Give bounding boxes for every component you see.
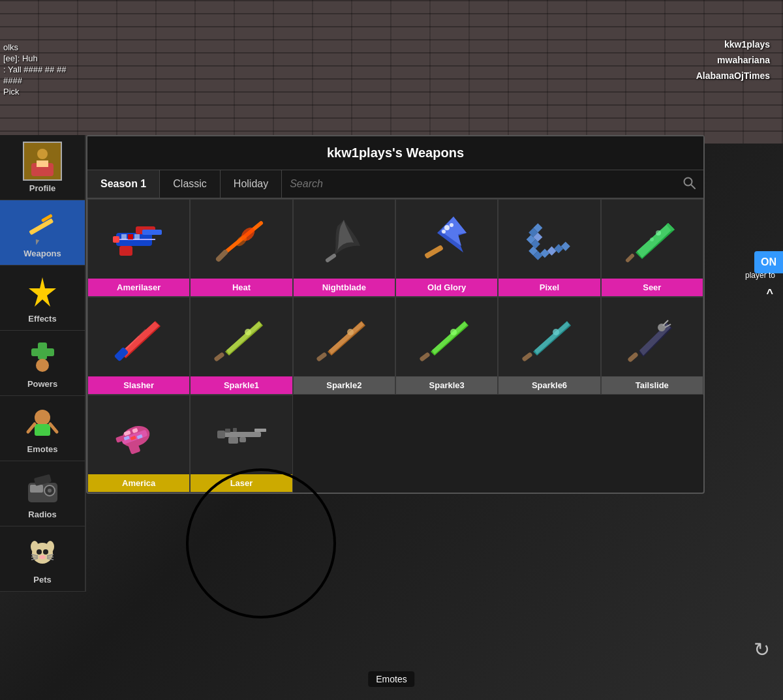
sidebar-item-profile[interactable]: Profile [0,135,85,200]
svg-point-10 [36,359,49,372]
america-label: America [88,474,189,492]
svg-point-23 [37,549,42,555]
svg-rect-12 [35,424,50,436]
sidebar-weapons-label: Weapons [23,249,61,258]
slasher-label: Slasher [88,376,189,394]
sidebar-item-emotes[interactable]: Emotes [0,396,85,461]
player-name-2: mwahariana [696,55,770,65]
scroll-indicator: ↻ [754,638,770,661]
tab-season1[interactable]: Season 1 [87,170,160,198]
weapon-cell-sparkle6[interactable]: Sparkle6 [498,297,600,395]
svg-rect-37 [142,230,162,235]
svg-line-48 [328,256,334,260]
weapon-cell-oldglory[interactable]: Old Glory [395,199,498,297]
sidebar-item-powers[interactable]: Powers [0,331,85,396]
sidebar-item-weapons[interactable]: Weapons [0,200,85,266]
svg-line-47 [219,252,225,259]
svg-point-50 [444,225,450,230]
on-button[interactable]: ON [754,251,783,273]
svg-rect-95 [228,437,238,444]
svg-rect-4 [29,218,54,235]
weapon-cell-america[interactable]: America [87,395,190,493]
emotes-icon [23,403,62,442]
effects-icon [23,272,62,311]
sparkle1-img [191,297,292,376]
search-icon [683,176,696,192]
tab-holiday[interactable]: Holiday [221,170,282,198]
panel-title: kkw1plays's Weapons [87,136,703,170]
profile-avatar-icon [23,142,62,181]
svg-rect-41 [128,234,133,239]
svg-marker-6 [33,237,40,244]
oldglory-label: Old Glory [396,279,497,296]
svg-point-73 [347,329,354,335]
chat-area: olks [ee]: Huh : Yall #### ## ## #### Pi… [0,39,85,101]
svg-rect-16 [30,485,43,493]
nightblade-img [294,200,395,279]
weapon-cell-nightblade[interactable]: Nightblade [293,199,395,297]
player-name-3: AlabamaOjTimes [696,70,770,81]
sparkle3-label: Sparkle3 [396,376,497,394]
weapon-cell-pixel[interactable]: Pixel [498,199,600,297]
svg-point-24 [43,549,48,555]
weapon-cell-laser[interactable]: Laser [190,395,292,493]
amerilaser-label: Amerilaser [88,279,189,296]
chat-line-2: [ee]: Huh [3,53,82,63]
arrow-up: ^ [766,287,773,301]
weapon-cell-seer[interactable]: Seer [601,199,703,297]
search-tab[interactable] [282,170,703,198]
weapon-cell-sparkle2[interactable]: Sparkle2 [293,297,395,395]
player-name-1: kkw1plays [696,39,770,50]
seer-label: Seer [602,279,703,296]
weapons-grid: Amerilaser Heat [87,199,703,493]
sidebar-emotes-label: Emotes [27,444,58,454]
svg-line-74 [319,355,324,359]
svg-rect-39 [113,236,119,243]
sidebar-item-pets[interactable]: Pets [0,526,85,592]
america-img [88,395,189,474]
svg-rect-98 [233,428,237,432]
search-input[interactable] [290,178,683,190]
radios-icon [23,468,62,507]
weapon-cell-slasher[interactable]: Slasher [87,297,190,395]
svg-rect-49 [424,245,444,259]
svg-rect-61 [547,246,556,255]
chat-line-5: Pick [3,87,82,97]
sidebar-item-radios[interactable]: Radios [0,461,85,526]
weapon-cell-heat[interactable]: Heat [190,199,292,297]
svg-rect-42 [134,234,140,239]
weapon-cell-sparkle1[interactable]: Sparkle1 [190,297,292,395]
svg-rect-40 [121,234,127,239]
tailslide-label: Tailslide [602,376,703,394]
sparkle2-label: Sparkle2 [294,376,395,394]
sidebar-pets-label: Pets [33,575,51,585]
svg-rect-3 [37,160,48,167]
weapon-cell-tailslide[interactable]: Tailslide [601,297,703,395]
sparkle6-img [499,297,600,376]
pixel-img [499,200,600,279]
svg-point-71 [245,329,251,335]
sparkle1-label: Sparkle1 [191,376,292,394]
svg-rect-9 [31,348,54,356]
chat-line-4: #### [3,76,82,85]
svg-line-78 [525,355,530,359]
sidebar-effects-label: Effects [28,314,56,324]
svg-line-72 [217,355,222,359]
svg-rect-36 [119,246,132,256]
weapon-cell-sparkle3[interactable]: Sparkle3 [395,297,498,395]
svg-line-14 [50,424,57,432]
player-names: kkw1plays mwahariana AlabamaOjTimes [696,39,770,86]
weapon-cell-amerilaser[interactable]: Amerilaser [87,199,190,297]
player-to-text: player to [745,271,775,280]
sparkle2-img [294,297,395,376]
oldglory-img [396,200,497,279]
tab-classic[interactable]: Classic [160,170,221,198]
svg-point-75 [450,329,457,335]
tailslide-img [602,297,703,376]
svg-point-1 [37,149,48,159]
sidebar-item-effects[interactable]: Effects [0,266,85,331]
svg-marker-7 [29,277,56,307]
svg-rect-60 [540,249,549,258]
heat-label: Heat [191,279,292,296]
svg-point-66 [650,237,654,241]
